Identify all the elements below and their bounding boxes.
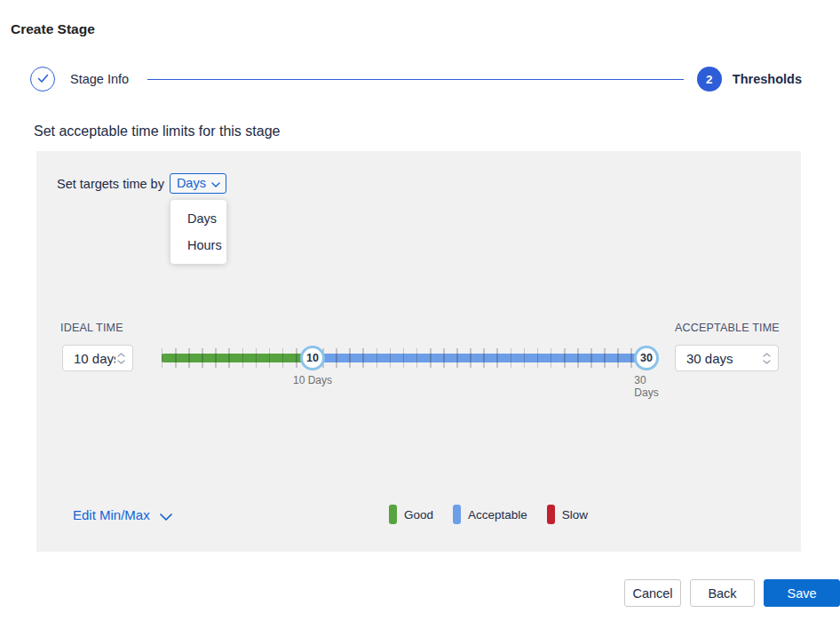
legend: Good Acceptable Slow [389, 505, 588, 524]
dialog-footer: Cancel Back Save [624, 579, 840, 607]
page-title: Create Stage [11, 21, 95, 37]
slider-min-caption: 10 Days [293, 374, 332, 386]
good-swatch [389, 505, 397, 524]
acceptable-label: Acceptable [468, 508, 527, 521]
spinner-down-icon[interactable] [763, 360, 771, 364]
edit-minmax-label: Edit Min/Max [73, 507, 150, 522]
unit-option-hours[interactable]: Hours [170, 232, 226, 259]
step-1-circle[interactable] [30, 67, 55, 92]
create-stage-dialog: Create Stage Stage Info 2 Thresholds Set… [0, 0, 840, 621]
acceptable-time-input[interactable] [676, 351, 761, 366]
unit-dropdown-trigger[interactable]: Days [170, 173, 226, 194]
chevron-down-icon [211, 176, 220, 190]
step-1-label: Stage Info [70, 72, 129, 86]
save-button[interactable]: Save [764, 579, 840, 607]
acceptable-time-spin-buttons [763, 353, 771, 364]
step-2-label: Thresholds [733, 72, 802, 86]
unit-dropdown-menu: Days Hours [170, 200, 226, 264]
spinner-up-icon[interactable] [117, 353, 125, 357]
slider-min-handle-value: 10 [306, 352, 319, 364]
slider-min-handle[interactable]: 10 [300, 346, 325, 370]
spinner-up-icon[interactable] [763, 353, 771, 357]
slow-swatch [547, 505, 555, 524]
stepper-connector-line [147, 79, 684, 80]
slider-max-caption: 30 Days [634, 374, 658, 399]
targets-row: Set targets time by Days [57, 173, 226, 194]
check-icon [37, 71, 49, 87]
good-label: Good [404, 508, 433, 521]
stepper: Stage Info 2 Thresholds [30, 67, 802, 92]
cancel-button[interactable]: Cancel [624, 579, 681, 607]
legend-item-good: Good [389, 505, 433, 524]
slider-max-handle-value: 30 [640, 352, 653, 364]
ideal-time-spin-buttons [117, 353, 125, 364]
acceptable-time-stepper[interactable] [675, 345, 779, 371]
acceptable-swatch [453, 505, 461, 524]
chevron-down-icon [160, 508, 172, 523]
acceptable-time-label: ACCEPTABLE TIME [675, 322, 780, 334]
spinner-down-icon[interactable] [117, 360, 125, 364]
legend-item-acceptable: Acceptable [453, 505, 527, 524]
unit-dropdown-value: Days [177, 176, 206, 190]
back-button[interactable]: Back [690, 579, 755, 607]
edit-minmax-link[interactable]: Edit Min/Max [73, 506, 172, 523]
step-2-circle[interactable]: 2 [697, 67, 722, 92]
ideal-time-stepper[interactable] [62, 345, 133, 371]
slider-ticks-overlay [162, 354, 658, 362]
unit-option-days[interactable]: Days [170, 205, 226, 232]
slider-max-handle[interactable]: 30 [634, 346, 659, 370]
slow-label: Slow [562, 508, 588, 521]
section-heading: Set acceptable time limits for this stag… [34, 123, 280, 139]
legend-item-slow: Slow [547, 505, 588, 524]
time-range-slider[interactable]: 10 30 10 Days 30 Days [162, 342, 658, 392]
step-2-number: 2 [706, 73, 713, 86]
targets-label: Set targets time by [57, 177, 164, 191]
ideal-time-input[interactable] [63, 351, 115, 366]
ideal-time-label: IDEAL TIME [60, 322, 123, 334]
thresholds-panel: Set targets time by Days Days Hours IDEA… [36, 151, 801, 552]
